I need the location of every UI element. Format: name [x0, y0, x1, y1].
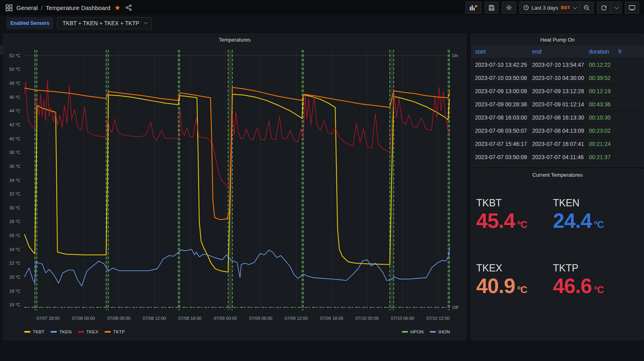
stat-label: TKEX	[476, 262, 553, 274]
column-header-duration[interactable]: duration	[585, 45, 615, 58]
legend-color-chip	[24, 331, 30, 333]
cell-duration: 00:39:52	[585, 72, 615, 85]
stat-unit: °C	[594, 284, 604, 295]
cell-duration: 00:10:30	[585, 111, 615, 124]
zoom-out-time-button[interactable]	[580, 2, 594, 14]
cell-start: 2023-07-07 15:46:17	[471, 138, 529, 151]
table-row: 2023-07-09 13:00:092023-07-09 13:12:2800…	[471, 85, 644, 98]
chevron-down-icon	[614, 5, 619, 9]
x-tick-label: 07/10 12:00	[426, 316, 449, 321]
legend-state-series: HPONIHON	[402, 329, 450, 334]
dashboard-settings-button[interactable]	[502, 2, 516, 14]
temperatures-panel-title[interactable]: Temperatures	[4, 34, 466, 45]
x-tick-label: 07/09 18:00	[320, 316, 343, 321]
cell-end: 2023-07-08 04:13:09	[529, 124, 585, 138]
tv-mode-button[interactable]	[625, 2, 639, 14]
breadcrumb-dashboard-title[interactable]: Temperature Dashboard	[46, 4, 111, 11]
table-row: 2023-07-10 13:42:252023-07-10 13:54:4700…	[471, 58, 644, 72]
stat-tkbt: TKBT45.4°C	[476, 197, 553, 231]
table-row: 2023-07-08 16:03:002023-07-08 16:13:3000…	[471, 111, 644, 124]
legend-label: TKBT	[33, 329, 44, 334]
chart-body: 52 °C50 °C48 °C46 °C44 °C42 °C40 °C38 °C…	[4, 45, 466, 340]
column-header-start[interactable]: start	[471, 45, 529, 58]
y-tick-label: 36 °C	[9, 164, 20, 169]
legend-item-tktp[interactable]: TKTP	[105, 329, 125, 334]
time-range-picker[interactable]: Last 3 days BST	[519, 2, 580, 14]
heat-pump-on-panel-title[interactable]: Heat Pump On	[471, 34, 644, 45]
time-controls: Last 3 days BST	[519, 2, 594, 14]
sensors-variable-value: TKBT + TKEN + TKEX + TKTP	[62, 20, 139, 26]
current-temperatures-panel-title[interactable]: Current Temperatures	[471, 169, 644, 180]
table-body: 2023-07-10 13:42:252023-07-10 13:54:4700…	[471, 58, 644, 164]
x-tick-label: 07/08 06:00	[107, 316, 131, 321]
x-tick-label: 07/08 12:00	[143, 316, 166, 321]
y-tick-label: 34 °C	[9, 178, 20, 183]
legend-item-ihon[interactable]: IHON	[430, 329, 450, 334]
save-dashboard-button[interactable]	[485, 2, 499, 14]
add-panel-button[interactable]	[465, 2, 481, 14]
legend-label: TKTP	[113, 329, 125, 334]
toolbar: Last 3 days BST	[465, 2, 639, 14]
y-tick-label: 38 °C	[9, 150, 20, 155]
x-tick-label: 07/10 06:00	[391, 316, 414, 321]
chevron-down-icon	[573, 5, 577, 9]
y-tick-label: 44 °C	[9, 108, 20, 113]
legend-color-chip	[51, 331, 57, 333]
refresh-controls	[597, 2, 622, 14]
heat-pump-on-panel: Heat Pump On startenddurationfr 2023-07-…	[471, 34, 644, 167]
cell-start: 2023-07-10 13:42:25	[471, 58, 529, 72]
legend-item-tkbt[interactable]: TKBT	[24, 329, 44, 334]
y-tick-label: 32 °C	[9, 191, 20, 196]
chart-svg	[24, 50, 450, 310]
apps-grid-icon[interactable]	[6, 4, 12, 11]
legend-label: TKEX	[86, 329, 98, 334]
legend-color-chip	[78, 331, 84, 333]
x-tick-label: 07/07 18:00	[36, 316, 60, 321]
legend-label: TKEN	[59, 329, 72, 334]
cell-empty	[615, 111, 644, 124]
current-temperatures-panel: Current Temperatures TKBT45.4°CTKEN24.4°…	[471, 169, 644, 340]
chart-plot[interactable]	[24, 50, 450, 310]
sensors-variable-dropdown[interactable]: TKBT + TKEN + TKEX + TKTP	[57, 17, 151, 29]
y-tick-label: 26 °C	[9, 233, 20, 238]
cell-end: 2023-07-10 13:54:47	[529, 58, 585, 72]
legend-label: IHON	[438, 329, 450, 334]
share-icon[interactable]	[125, 4, 132, 11]
cell-start: 2023-07-08 03:50:07	[471, 124, 529, 138]
cell-empty	[615, 72, 644, 85]
top-nav-bar: General / Temperature Dashboard ★	[0, 0, 644, 15]
stat-label: TKEN	[553, 197, 641, 209]
cell-empty	[615, 124, 644, 138]
cell-end: 2023-07-08 16:13:30	[529, 111, 585, 124]
cell-end: 2023-07-09 01:12:14	[529, 98, 585, 111]
y-tick-label: 22 °C	[9, 261, 20, 265]
legend-item-hpon[interactable]: HPON	[402, 329, 423, 334]
stat-value: 24.4°C	[553, 210, 641, 231]
cell-end: 2023-07-09 13:12:28	[529, 85, 585, 98]
timezone-label: BST	[561, 5, 570, 10]
cell-start: 2023-07-08 16:03:00	[471, 111, 529, 124]
cell-end: 2023-07-07 04:11:46	[529, 151, 585, 164]
cell-empty	[615, 151, 644, 164]
column-header-end[interactable]: end	[529, 45, 585, 58]
stat-label: TKBT	[476, 197, 553, 209]
refresh-button[interactable]	[597, 2, 611, 14]
cell-start: 2023-07-10 03:50:08	[471, 72, 529, 85]
table-row: 2023-07-10 03:50:082023-07-10 04:30:0000…	[471, 72, 644, 85]
breadcrumb-folder[interactable]: General	[16, 4, 38, 11]
cell-end: 2023-07-07 16:07:41	[529, 138, 585, 151]
x-tick-label: 07/08 00:00	[72, 316, 95, 321]
breadcrumb: General / Temperature Dashboard	[16, 4, 110, 11]
column-header-fr[interactable]: fr	[615, 45, 644, 58]
heat-pump-table: startenddurationfr 2023-07-10 13:42:2520…	[471, 45, 644, 164]
stat-value: 40.9°C	[476, 275, 553, 296]
y-tick-label: 28 °C	[9, 219, 20, 224]
refresh-interval-dropdown[interactable]	[611, 2, 622, 14]
x-tick-label: 07/09 06:00	[249, 316, 272, 321]
legend-item-tken[interactable]: TKEN	[51, 329, 72, 334]
stat-tktp: TKTP46.6°C	[553, 262, 641, 296]
stat-tken: TKEN24.4°C	[553, 197, 641, 231]
legend-item-tkex[interactable]: TKEX	[78, 329, 98, 334]
favorite-star-icon[interactable]: ★	[114, 4, 120, 12]
right-axis: On Off	[451, 50, 464, 310]
